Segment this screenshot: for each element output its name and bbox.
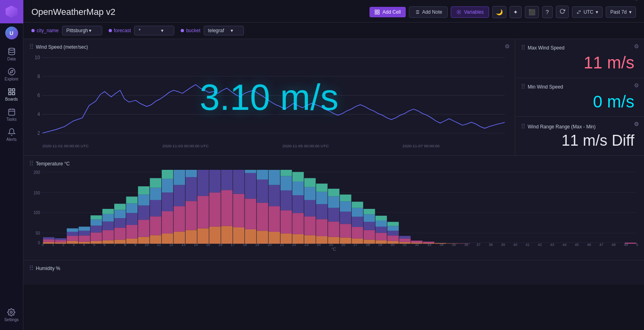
svg-rect-145 [281, 190, 292, 210]
svg-rect-65 [91, 226, 102, 233]
svg-rect-180 [363, 222, 375, 230]
svg-rect-167 [328, 189, 340, 196]
svg-marker-2 [10, 70, 13, 73]
user-avatar[interactable]: U [5, 27, 18, 39]
dark-mode-button[interactable]: 🌙 [492, 6, 506, 18]
svg-rect-95 [162, 192, 173, 211]
svg-rect-75 [114, 218, 126, 228]
sidebar-item-data[interactable]: Data [0, 44, 23, 64]
svg-rect-62 [78, 227, 90, 231]
svg-rect-139 [268, 206, 280, 232]
svg-rect-164 [328, 221, 340, 237]
svg-rect-182 [363, 209, 375, 214]
svg-text:4: 4 [37, 112, 40, 118]
svg-rect-147 [281, 170, 292, 176]
sidebar-item-alerts[interactable]: Alerts [0, 125, 23, 145]
svg-text:50: 50 [36, 231, 40, 235]
svg-rect-14 [375, 12, 377, 14]
svg-rect-80 [126, 213, 138, 225]
header-right: UTC ▾ Past 7d ▾ [556, 6, 636, 18]
sidebar-item-tasks[interactable]: Tasks [0, 105, 23, 125]
wind-chart-svg: 10 8 6 4 2 2020-11-01 00:00:00 UTC 2020-… [29, 53, 509, 149]
svg-rect-135 [257, 179, 268, 203]
svg-rect-185 [376, 227, 387, 233]
bucket-variable-select[interactable]: telegraf ▾ [204, 26, 244, 35]
main-content: OpenWeatherMap v2 Add Cell Add Note Vari… [23, 0, 644, 330]
forecast-variable-label: forecast [109, 28, 131, 33]
city-variable-label: city_name [31, 28, 59, 33]
variables-button[interactable]: Variables [451, 6, 489, 18]
wind-range-value: 11 m/s Diff [521, 132, 638, 149]
min-wind-value: 0 m/s [521, 92, 638, 111]
svg-rect-76 [114, 210, 126, 218]
wind-row: ⠿ Wind Speed (meter/sec) ⚙ 3.10 m/s [23, 39, 644, 156]
min-wind-settings[interactable]: ⚙ [634, 82, 639, 89]
svg-text:150: 150 [33, 190, 40, 195]
svg-text:100: 100 [33, 210, 40, 215]
svg-rect-113 [209, 227, 221, 243]
svg-rect-110 [197, 170, 209, 196]
svg-rect-105 [186, 177, 197, 201]
svg-rect-94 [162, 211, 173, 233]
sidebar-item-explore[interactable]: Explore [0, 64, 23, 85]
svg-rect-12 [375, 10, 377, 11]
svg-rect-172 [340, 194, 351, 201]
svg-rect-77 [114, 204, 126, 210]
help-button[interactable]: ? [542, 6, 553, 18]
temperature-title: ⠿ Temperature °C [29, 160, 638, 167]
svg-rect-74 [114, 228, 126, 240]
refresh-button[interactable] [556, 6, 569, 18]
svg-rect-124 [233, 194, 245, 227]
svg-rect-85 [138, 206, 150, 220]
svg-rect-79 [126, 225, 138, 239]
temperature-settings[interactable]: ⚙ [634, 121, 639, 127]
svg-rect-15 [378, 12, 379, 14]
wind-chart-area: 10 8 6 4 2 2020-11-01 00:00:00 UTC 2020-… [29, 53, 509, 149]
variable-city: city_name Pittsburgh ▾ [31, 26, 102, 35]
svg-rect-51 [43, 237, 55, 239]
svg-rect-181 [363, 214, 375, 222]
svg-rect-104 [186, 201, 197, 230]
svg-rect-144 [281, 210, 292, 233]
timezone-selector[interactable]: UTC ▾ [572, 6, 603, 18]
svg-text:2020-11-03 00:00:00 UTC: 2020-11-03 00:00:00 UTC [162, 144, 208, 148]
svg-text:6: 6 [37, 93, 40, 98]
svg-rect-152 [292, 172, 304, 182]
svg-text:2020-11-05 00:00:00 UTC: 2020-11-05 00:00:00 UTC [283, 144, 329, 148]
add-note-button[interactable]: Add Note [409, 6, 448, 18]
bucket-variable-label: bucket [181, 28, 200, 33]
min-wind-panel: ⠿ Min Wind Speed ⚙ 0 m/s [515, 78, 644, 117]
svg-rect-70 [102, 221, 114, 230]
svg-rect-143 [281, 233, 292, 243]
city-variable-select[interactable]: Pittsburgh ▾ [62, 26, 102, 35]
variables-bar: city_name Pittsburgh ▾ forecast * ▾ buck… [23, 23, 644, 39]
svg-rect-157 [304, 178, 316, 187]
svg-rect-114 [209, 192, 221, 227]
present-button[interactable]: ⬛ [525, 6, 539, 18]
svg-rect-4 [12, 89, 14, 91]
svg-rect-175 [352, 217, 363, 227]
sparkle-button[interactable]: ✦ [510, 6, 522, 18]
sidebar-item-settings[interactable]: Settings [4, 305, 19, 325]
svg-rect-123 [233, 227, 245, 244]
svg-rect-169 [340, 224, 351, 237]
svg-rect-50 [43, 239, 55, 242]
svg-rect-166 [328, 196, 340, 208]
svg-rect-109 [197, 196, 209, 229]
app-logo[interactable] [0, 0, 23, 23]
forecast-variable-select[interactable]: * ▾ [134, 26, 174, 35]
svg-rect-71 [102, 214, 114, 222]
add-cell-button[interactable]: Add Cell [369, 7, 405, 17]
svg-rect-82 [126, 196, 138, 203]
svg-rect-61 [78, 231, 90, 235]
header-toolbar: Add Cell Add Note Variables 🌙 ✦ ⬛ ? [369, 6, 552, 18]
max-wind-settings[interactable]: ⚙ [634, 43, 639, 50]
svg-text:2020-11-07 00:00:00: 2020-11-07 00:00:00 [402, 144, 440, 148]
wind-speed-settings[interactable]: ⚙ [505, 43, 510, 50]
svg-rect-154 [304, 217, 316, 235]
svg-rect-136 [257, 170, 268, 179]
sidebar-item-boards[interactable]: Boards [0, 85, 23, 105]
svg-rect-149 [292, 213, 304, 234]
time-range-selector[interactable]: Past 7d ▾ [606, 6, 636, 18]
svg-rect-108 [197, 228, 209, 243]
